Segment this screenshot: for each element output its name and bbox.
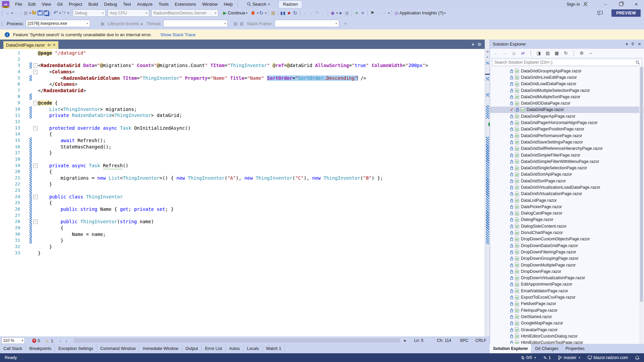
file-row[interactable]: ✓ @ DataGridGroupingApiPage.razor (490, 68, 644, 74)
horizontal-scrollbar-thumb[interactable] (74, 339, 400, 343)
close-button[interactable]: ✕ (629, 0, 644, 8)
file-row[interactable]: ✓ @ GoogleMapPage.razor (490, 320, 644, 326)
file-row[interactable]: ✓ @ DropDownPage.razor (490, 268, 644, 275)
file-row[interactable]: ✓ @ DataGridSelfReferenceHierarchyPage.r… (490, 145, 644, 152)
thread-select[interactable]: ▾ (163, 20, 228, 27)
file-row[interactable]: ✓ @ DataGridLoadDataPage.razor (490, 81, 644, 87)
file-row[interactable]: ✓ @ DropDownVirtualizationPage.razor (490, 275, 644, 281)
step-out-icon[interactable]: ↑ (320, 10, 326, 16)
minimize-button[interactable]: – (598, 0, 613, 8)
show-next-statement-icon[interactable]: → (302, 10, 308, 16)
send-feedback-icon[interactable] (597, 11, 603, 15)
navigate-forward-icon[interactable]: → (13, 10, 19, 16)
menu-item[interactable]: Git (54, 0, 66, 8)
stop-debugging-icon[interactable]: ■ (286, 10, 292, 16)
chevron-down-icon[interactable]: ▾ (388, 11, 390, 15)
se-show-all-files-icon[interactable]: ▦ (554, 50, 560, 56)
solution-explorer-scrollbar[interactable] (639, 66, 644, 344)
startup-project-select[interactable]: RadzenBlazorDemos.Server▾ (151, 9, 218, 17)
break-all-icon[interactable]: ▮▮ (280, 10, 286, 16)
next-issue-icon[interactable]: ↓ (63, 337, 69, 344)
se-collapse-all-icon[interactable]: ▤ (545, 50, 551, 56)
se-refresh-icon[interactable]: ↻ (563, 50, 569, 56)
editor-vertical-scrollbar[interactable]: ≑ ▲ (485, 40, 490, 337)
redo-icon[interactable]: ↷ (61, 10, 67, 16)
new-project-icon[interactable]: ▦ (23, 10, 29, 16)
continue-button[interactable]: Continue (228, 10, 245, 15)
solution-configuration-select[interactable]: Debug▾ (73, 9, 106, 17)
restart-application-icon[interactable]: ↻ (258, 10, 264, 16)
file-row[interactable]: ✓ @ DataGridPage.razor (490, 107, 644, 113)
panel-tab[interactable]: Watch 1 (263, 344, 285, 353)
panel-tab[interactable]: Command Window (97, 344, 140, 353)
panel-tab[interactable]: Immediate Window (139, 344, 182, 353)
chevron-down-icon[interactable]: ▾ (265, 11, 267, 15)
split-window-handle-icon[interactable]: ≑ (485, 50, 490, 54)
menu-item[interactable]: Project (66, 0, 85, 8)
file-row[interactable]: ✓ @ GetStarted.razor (490, 313, 644, 320)
menu-item[interactable]: Tools (156, 0, 172, 8)
file-row[interactable]: ✓ @ DataGridSortPage.razor (490, 178, 644, 184)
application-insights-label[interactable]: Application Insights (?) (399, 10, 444, 15)
chevron-down-icon[interactable]: ▾ (444, 11, 446, 15)
file-row[interactable]: ✓ @ DataGridVirtualizationLoadDataPage.r… (490, 184, 644, 190)
file-row[interactable]: ✓ @ DialogCardPage.razor (490, 210, 644, 217)
menu-item[interactable]: Test (120, 0, 134, 8)
panel-tab[interactable]: Call Stack (0, 344, 26, 353)
toolbar-overflow-icon[interactable]: ▾ (342, 20, 348, 27)
file-row[interactable]: ✓ @ DataGridMultipleSortPage.razor (490, 94, 644, 100)
save-icon[interactable] (37, 10, 43, 16)
file-row[interactable]: ✓ @ DialogSideContent.razor (490, 223, 644, 229)
file-row[interactable]: ✓ @ DataGridMultipleSelectionPage.razor (490, 87, 644, 94)
toggle-current-thread-icon[interactable]: ▦ (238, 20, 245, 27)
chevron-down-icon[interactable]: ▾ (246, 11, 248, 15)
file-row[interactable]: ✓ @ DataGridPerformancePage.razor (490, 132, 644, 139)
continue-debug-icon[interactable]: ▶ (222, 10, 228, 16)
run-to-cursor-icon[interactable]: ▶ (338, 10, 344, 16)
hot-reload-icon[interactable] (250, 10, 256, 16)
scroll-up-icon[interactable]: ▲ (485, 55, 490, 58)
error-count[interactable]: 0 (38, 338, 40, 343)
file-row[interactable]: ✓ @ DataGridInLineEditPage.razor (490, 74, 644, 80)
se-home-icon[interactable]: ⌂ (511, 50, 517, 56)
file-row[interactable]: ✓ @ DataGridSimpleFilterPage.razor (490, 152, 644, 158)
menu-item[interactable]: Help (221, 0, 236, 8)
panel-tab[interactable]: Breakpoints (26, 344, 55, 353)
file-row[interactable]: ✓ @ DataGridODataPage.razor (490, 100, 644, 106)
menu-item[interactable]: Build (85, 0, 101, 8)
panel-tab[interactable]: Error List (202, 344, 226, 353)
fold-collapse-icon[interactable]: − (33, 70, 38, 74)
restore-button[interactable] (613, 0, 629, 8)
undo-icon[interactable]: ↶ (53, 10, 59, 16)
save-all-icon[interactable] (43, 10, 49, 16)
preview-button[interactable]: PREVIEW (611, 9, 641, 17)
open-file-icon[interactable] (31, 10, 37, 16)
file-row[interactable]: ✓ @ DataGridVirtualizationPage.razor (490, 191, 644, 197)
warning-icon[interactable]: ⚠ (44, 337, 50, 344)
file-row[interactable]: ✓ @ DialogPage.razor (490, 217, 644, 223)
file-row[interactable]: ✓ @ DatePickerPage.razor (490, 203, 644, 210)
menu-item[interactable]: Edit (25, 0, 39, 8)
fold-collapse-icon[interactable]: − (33, 195, 38, 199)
step-into-icon[interactable]: ↓ (308, 10, 314, 16)
toolbar-grip[interactable] (1, 21, 3, 26)
file-row[interactable]: ✓ @ DropDownCustomObjectsPage.razor (490, 236, 644, 242)
previous-bookmark-icon[interactable]: ← (375, 10, 381, 16)
panel-tab[interactable]: Solution Explorer (490, 344, 532, 353)
solution-explorer-search[interactable] (492, 59, 642, 66)
tab-datagridpage-razor[interactable]: DataGridPage.razor ✕ (3, 41, 58, 49)
file-row[interactable]: ✓ @ EditAppointmentPage.razor (490, 281, 644, 288)
menu-item[interactable]: Window (199, 0, 221, 8)
search-box[interactable]: Search ▾ (244, 1, 273, 8)
file-row[interactable]: ✓ @ DonutChartPage.razor (490, 229, 644, 236)
editor-options-gear-icon[interactable]: ⚙ (477, 42, 481, 47)
file-row[interactable]: ✓ @ DataGridPagerHorizontalAlignPage.raz… (490, 119, 644, 126)
menu-item[interactable]: Extensions (172, 0, 199, 8)
tasks-list-icon[interactable]: ≡ (354, 10, 360, 16)
file-row[interactable]: ✓ @ HtmlEditorCustomDialog.razor (490, 333, 644, 339)
fold-collapse-icon[interactable]: − (33, 126, 38, 130)
panel-pin-icon[interactable] (631, 42, 634, 46)
toggle-flagged-threads-icon[interactable]: ▦ (232, 20, 238, 27)
file-row[interactable]: ✓ @ ExportToExcelCsvPage.razor (490, 294, 644, 300)
panel-tab[interactable]: Properties (562, 344, 588, 353)
